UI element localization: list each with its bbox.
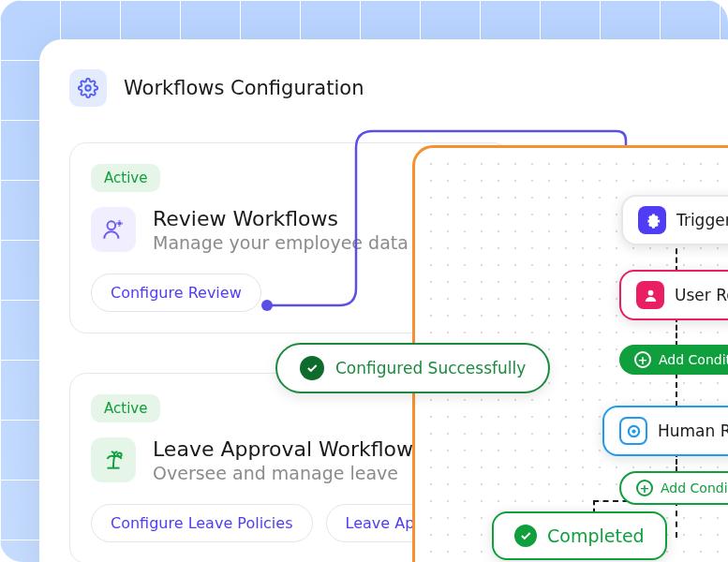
page-header: Workflows Configuration <box>69 69 364 107</box>
plus-icon: + <box>636 480 653 496</box>
node-label: Completed <box>547 525 645 546</box>
gear-icon <box>69 69 107 107</box>
svg-point-3 <box>117 452 121 456</box>
button-label: Add Condition <box>659 352 728 367</box>
svg-point-2 <box>118 222 120 224</box>
target-icon <box>619 417 647 445</box>
human-resource-node[interactable]: Human Resource ( <box>602 406 728 456</box>
user-plus-icon <box>91 207 136 252</box>
check-circle-icon <box>300 356 324 380</box>
user-role-node[interactable]: User Role <box>619 270 728 320</box>
gear-icon <box>638 206 666 234</box>
status-badge: Active <box>91 164 160 192</box>
completed-node[interactable]: Completed <box>492 511 667 560</box>
add-condition-button[interactable]: + Add Condition <box>619 471 728 505</box>
connection-line <box>676 373 677 407</box>
svg-point-6 <box>631 429 635 433</box>
user-icon <box>636 281 664 309</box>
status-badge: Active <box>91 394 160 422</box>
connector-dot <box>261 300 273 311</box>
connection-line <box>676 317 677 347</box>
check-circle-icon <box>514 525 537 547</box>
toast-message: Configured Successfully <box>335 359 526 377</box>
node-label: Human Resource ( <box>658 422 728 440</box>
page-title: Workflows Configuration <box>124 77 364 99</box>
add-condition-button[interactable]: + Add Condition <box>619 345 728 375</box>
button-label: Add Condition <box>661 481 728 495</box>
svg-point-4 <box>647 289 653 295</box>
configure-review-button[interactable]: Configure Review <box>91 274 261 312</box>
node-label: Trigger <box>676 211 728 229</box>
configure-leave-button[interactable]: Configure Leave Policies <box>91 504 313 542</box>
svg-point-1 <box>108 221 116 229</box>
svg-point-0 <box>85 85 91 91</box>
plus-icon: + <box>634 351 651 368</box>
trigger-node[interactable]: Trigger <box>621 195 728 245</box>
palm-tree-icon <box>91 437 136 482</box>
connection-line <box>676 500 677 538</box>
success-toast: Configured Successfully <box>275 343 550 393</box>
node-label: User Role <box>675 286 728 304</box>
